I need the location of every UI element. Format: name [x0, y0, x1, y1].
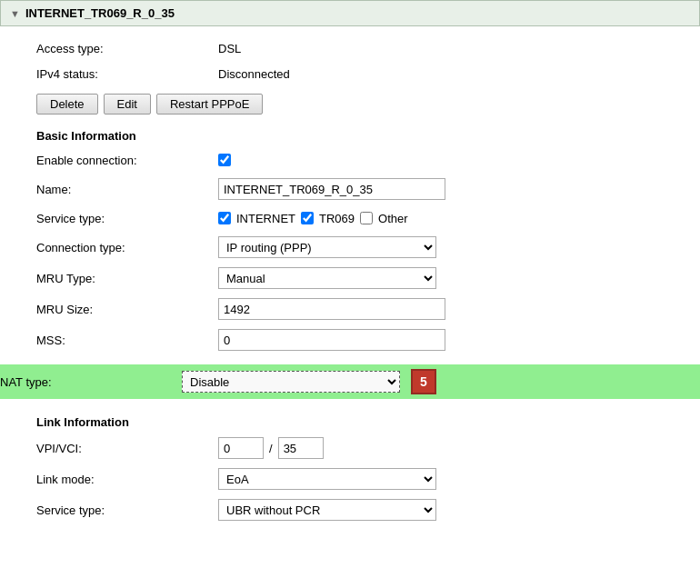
- access-type-label: Access type:: [36, 42, 218, 55]
- link-mode-select[interactable]: EoA ATM PTM: [218, 468, 436, 490]
- restart-pppoe-button[interactable]: Restart PPPoE: [156, 94, 263, 115]
- service-type-label: Service type:: [36, 212, 218, 225]
- mss-control: [218, 329, 664, 351]
- name-label: Name:: [36, 183, 218, 196]
- connection-type-label: Connection type:: [36, 241, 218, 254]
- link-mode-label: Link mode:: [36, 473, 218, 486]
- service-other-label: Other: [378, 212, 408, 225]
- vpi-vci-row: VPI/VCI: /: [36, 433, 664, 463]
- link-mode-select-wrap: EoA ATM PTM: [218, 468, 436, 490]
- basic-info-title: Basic Information: [36, 122, 664, 146]
- access-type-value: DSL: [218, 42, 664, 55]
- enable-connection-label: Enable connection:: [36, 154, 218, 167]
- ipv4-status-row: IPv4 status: Disconnected: [36, 61, 664, 86]
- vci-input[interactable]: [278, 437, 324, 459]
- mss-row: MSS:: [36, 324, 664, 355]
- enable-connection-row: Enable connection:: [36, 146, 664, 174]
- delete-button[interactable]: Delete: [36, 94, 98, 115]
- mru-size-label: MRU Size:: [36, 303, 218, 316]
- link-service-type-label: Service type:: [36, 503, 218, 517]
- name-control: [218, 178, 664, 200]
- section-header: ▼ INTERNET_TR069_R_0_35: [0, 0, 700, 26]
- mru-type-row: MRU Type: Manual Auto: [36, 263, 664, 294]
- link-mode-row: Link mode: EoA ATM PTM: [36, 463, 664, 494]
- mru-type-select[interactable]: Manual Auto: [218, 267, 436, 289]
- link-info-title: Link Information: [36, 408, 664, 433]
- nat-badge-5: 5: [411, 369, 436, 394]
- vpi-vci-control: /: [218, 437, 664, 459]
- section-title: INTERNET_TR069_R_0_35: [25, 6, 175, 20]
- nat-type-select-wrap: Disable Enable: [182, 371, 400, 393]
- mss-input[interactable]: [218, 329, 445, 351]
- mru-type-select-wrap: Manual Auto: [218, 267, 436, 289]
- link-service-type-row: Service type: UBR without PCR CBR UBR wi…: [36, 494, 664, 525]
- nat-type-control: Disable Enable 5: [182, 369, 700, 394]
- mru-size-input[interactable]: [218, 298, 445, 320]
- link-info-area: Link Information VPI/VCI: / Link mode: E…: [0, 399, 700, 534]
- nat-type-row: NAT type: Disable Enable 5: [0, 364, 700, 399]
- vpi-vci-label: VPI/VCI:: [36, 442, 218, 455]
- edit-button[interactable]: Edit: [104, 94, 151, 115]
- name-row: Name:: [36, 174, 664, 204]
- service-tr069-label: TR069: [319, 212, 355, 225]
- access-type-row: Access type: DSL: [36, 35, 664, 61]
- mru-size-row: MRU Size:: [36, 294, 664, 324]
- link-service-type-select[interactable]: UBR without PCR CBR UBR with PCR: [218, 499, 436, 521]
- enable-connection-checkbox[interactable]: [218, 154, 231, 166]
- nat-type-select[interactable]: Disable Enable: [182, 371, 400, 393]
- content-area: Access type: DSL IPv4 status: Disconnect…: [0, 26, 700, 364]
- ipv4-status-label: IPv4 status:: [36, 67, 218, 81]
- connection-type-row: Connection type: IP routing (PPP) Bridgi…: [36, 232, 664, 263]
- service-type-control: INTERNET TR069 Other: [218, 212, 664, 225]
- link-service-type-control: UBR without PCR CBR UBR with PCR: [218, 499, 664, 521]
- mru-type-control: Manual Auto: [218, 267, 664, 289]
- enable-connection-control: [218, 154, 664, 166]
- connection-type-control: IP routing (PPP) Bridging IP routing: [218, 236, 664, 258]
- mru-size-control: [218, 298, 664, 320]
- service-internet-label: INTERNET: [236, 212, 295, 225]
- link-service-type-select-wrap: UBR without PCR CBR UBR with PCR: [218, 499, 436, 521]
- action-buttons-row: Delete Edit Restart PPPoE: [36, 86, 664, 122]
- nat-type-label: NAT type:: [0, 375, 182, 389]
- link-mode-control: EoA ATM PTM: [218, 468, 664, 490]
- mru-type-label: MRU Type:: [36, 272, 218, 285]
- service-internet-checkbox[interactable]: [218, 212, 231, 224]
- ipv4-status-value: Disconnected: [218, 67, 664, 81]
- vpi-vci-separator: /: [269, 442, 273, 455]
- page-container: ▼ INTERNET_TR069_R_0_35 Access type: DSL…: [0, 0, 700, 588]
- name-input[interactable]: [218, 178, 445, 200]
- service-type-row: Service type: INTERNET TR069 Other: [36, 204, 664, 232]
- collapse-arrow-icon[interactable]: ▼: [10, 8, 20, 19]
- connection-type-select[interactable]: IP routing (PPP) Bridging IP routing: [218, 236, 436, 258]
- service-tr069-checkbox[interactable]: [301, 212, 314, 224]
- mss-label: MSS:: [36, 334, 218, 347]
- connection-type-select-wrap: IP routing (PPP) Bridging IP routing: [218, 236, 436, 258]
- service-other-checkbox[interactable]: [360, 212, 373, 224]
- vpi-input[interactable]: [218, 437, 264, 459]
